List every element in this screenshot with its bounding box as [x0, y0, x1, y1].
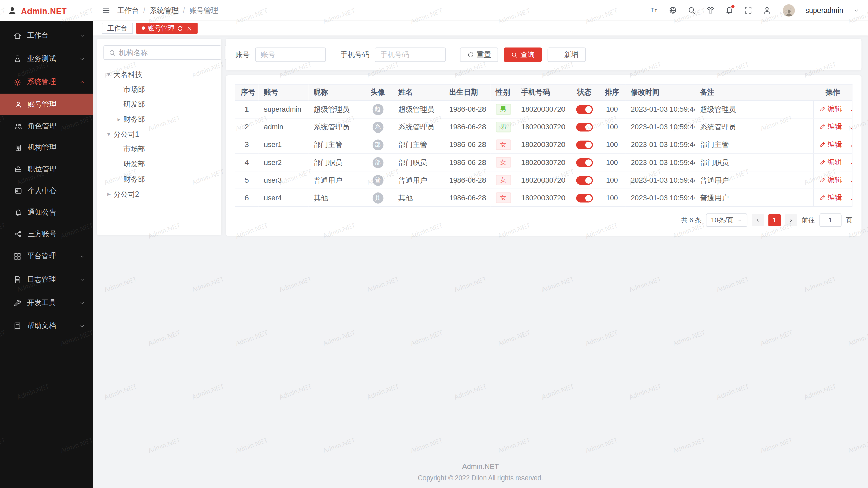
edit-button[interactable]: 编辑	[819, 157, 842, 167]
menu-toggle-icon[interactable]	[102, 6, 110, 14]
sidebar-item-system-management[interactable]: 系统管理	[0, 70, 93, 94]
table-row[interactable]: 2 admin 系统管理员 系 系统管理员 1986-06-28	[235, 118, 852, 136]
column-header[interactable]: 序号	[235, 84, 258, 100]
close-icon[interactable]	[186, 25, 192, 31]
sidebar-item-third-party-account[interactable]: 三方账号	[0, 223, 93, 245]
row-more-button[interactable]	[850, 178, 852, 185]
goto-page-input[interactable]	[819, 214, 841, 227]
sidebar-item-dev-tools[interactable]: 开发工具	[0, 291, 93, 314]
sidebar-item-log-management[interactable]: 日志管理	[0, 268, 93, 291]
column-header[interactable]: 头像	[363, 84, 393, 100]
column-header[interactable]: 排序	[599, 84, 625, 100]
edit-button[interactable]: 编辑	[819, 175, 842, 185]
cell-index: 4	[235, 154, 258, 171]
app-logo[interactable]: Admin.NET	[0, 0, 93, 21]
tree-node-label: 财务部	[123, 114, 145, 124]
breadcrumb-item[interactable]: 系统管理	[150, 5, 179, 15]
table-row[interactable]: 4 user2 部门职员 部 部门职员 1986-06-28	[235, 154, 852, 171]
theme-icon[interactable]	[706, 6, 714, 14]
svg-text:T: T	[651, 7, 654, 13]
avatar[interactable]	[783, 4, 795, 16]
search-button[interactable]: 查询	[504, 47, 542, 62]
column-header[interactable]: 账号	[258, 84, 308, 100]
prev-page-button[interactable]	[752, 214, 764, 226]
tree-node[interactable]: 财务部	[103, 171, 215, 186]
column-header[interactable]: 昵称	[308, 84, 363, 100]
chevron-down-icon[interactable]	[854, 7, 859, 13]
column-header[interactable]: 操作	[813, 84, 852, 100]
globe-icon[interactable]	[669, 6, 677, 14]
refresh-icon[interactable]	[177, 25, 183, 31]
tree-node[interactable]: 研发部	[103, 157, 215, 171]
cell-gender: 男	[490, 100, 516, 118]
sidebar-item-label: 通知公告	[28, 207, 85, 217]
status-toggle[interactable]	[576, 158, 593, 167]
tree-node[interactable]: 市场部	[103, 82, 215, 97]
row-more-button[interactable]	[850, 142, 852, 150]
search-icon[interactable]	[688, 6, 696, 14]
toggle-knob	[585, 142, 592, 148]
column-header[interactable]: 状态	[570, 84, 599, 100]
row-more-button[interactable]	[850, 124, 852, 132]
next-page-button[interactable]	[785, 214, 797, 226]
reset-button[interactable]: 重置	[460, 47, 498, 62]
sidebar-item-workbench[interactable]: 工作台	[0, 24, 93, 47]
column-header[interactable]: 备注	[694, 84, 813, 100]
sidebar-item-personal-center[interactable]: 个人中心	[0, 180, 93, 202]
tree-node[interactable]: 研发部	[103, 97, 215, 112]
table-row[interactable]: 1 superadmin 超级管理员 超 超级管理员 1986-06-28	[235, 100, 852, 118]
status-toggle[interactable]	[576, 105, 593, 114]
cell-remark: 部门主管	[694, 136, 813, 154]
tree-node[interactable]: 分公司2	[103, 186, 215, 201]
status-toggle[interactable]	[576, 176, 593, 185]
username[interactable]: superadmin	[806, 6, 843, 14]
column-header[interactable]: 出生日期	[444, 84, 490, 100]
tab-account-management[interactable]: 账号管理	[136, 23, 198, 34]
breadcrumb-item[interactable]: 工作台	[117, 5, 139, 15]
row-more-button[interactable]	[850, 107, 852, 115]
row-more-button[interactable]	[850, 195, 852, 203]
sidebar-item-role-management[interactable]: 角色管理	[0, 115, 93, 137]
edit-button[interactable]: 编辑	[819, 193, 842, 203]
column-header[interactable]: 性别	[490, 84, 516, 100]
tree-node[interactable]: 大名科技	[103, 67, 215, 82]
table-row[interactable]: 3 user1 部门主管 部 部门主管 1986-06-28	[235, 136, 852, 154]
account-input[interactable]	[255, 47, 326, 62]
tab-workbench[interactable]: 工作台	[102, 23, 133, 34]
column-header[interactable]: 姓名	[393, 84, 443, 100]
caret-icon	[115, 100, 123, 109]
sidebar-item-help-docs[interactable]: 帮助文档	[0, 314, 93, 338]
edit-button[interactable]: 编辑	[819, 122, 842, 132]
sidebar-item-org-management[interactable]: 机构管理	[0, 137, 93, 158]
user-icon[interactable]	[763, 6, 771, 14]
notification-icon[interactable]	[725, 6, 733, 14]
sidebar-item-account-management[interactable]: 账号管理	[0, 94, 93, 115]
page-size-select[interactable]: 10条/页	[706, 214, 747, 227]
cell-birth-date: 1986-06-28	[444, 118, 490, 136]
row-more-button[interactable]	[850, 160, 852, 167]
font-size-icon[interactable]: TT	[650, 6, 658, 14]
status-toggle[interactable]	[576, 140, 593, 149]
sidebar-item-platform-management[interactable]: 平台管理	[0, 245, 93, 268]
tree-node[interactable]: 市场部	[103, 142, 215, 157]
column-header[interactable]: 修改时间	[625, 84, 694, 100]
edit-button[interactable]: 编辑	[819, 104, 842, 114]
status-toggle[interactable]	[576, 194, 593, 202]
tree-node[interactable]: 分公司1	[103, 127, 215, 142]
edit-icon	[819, 123, 826, 130]
page-1-button[interactable]: 1	[768, 214, 781, 226]
sidebar-item-position-management[interactable]: 职位管理	[0, 158, 93, 180]
table-row[interactable]: 6 user4 其他 其 其他 1986-06-28 女	[235, 189, 852, 207]
org-search-input[interactable]	[119, 48, 216, 57]
sidebar-item-notice[interactable]: 通知公告	[0, 201, 93, 223]
add-button[interactable]: 新增	[548, 47, 586, 62]
status-toggle[interactable]	[576, 123, 593, 131]
column-header[interactable]: 手机号码	[516, 84, 570, 100]
table-row[interactable]: 5 user3 普通用户 普 普通用户 1986-06-28	[235, 171, 852, 189]
fullscreen-icon[interactable]	[744, 6, 752, 14]
sidebar-item-business-test[interactable]: 业务测试	[0, 47, 93, 70]
tree-node[interactable]: 财务部	[103, 112, 215, 127]
tree-node-label: 市场部	[123, 84, 145, 94]
phone-input[interactable]	[375, 47, 446, 62]
edit-button[interactable]: 编辑	[819, 140, 842, 149]
